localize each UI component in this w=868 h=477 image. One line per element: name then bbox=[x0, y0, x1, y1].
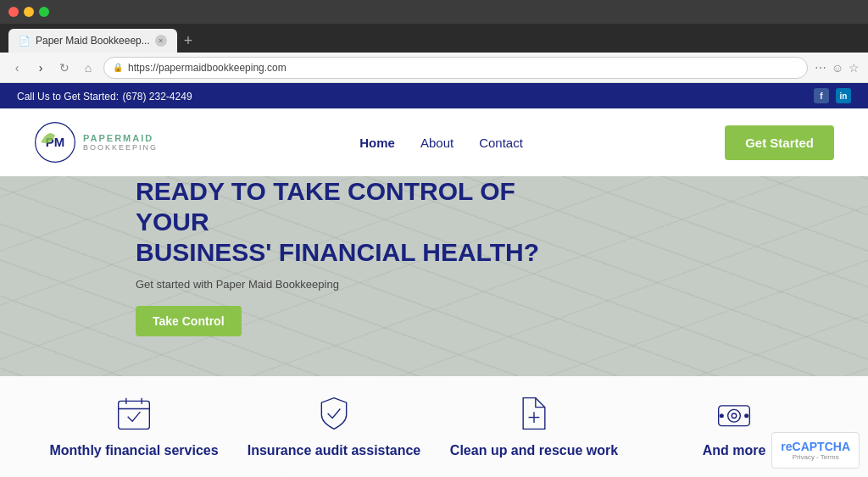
service-monthly-financial: Monthly financial services bbox=[34, 393, 234, 460]
url-text: https://papermaidbookkeeping.com bbox=[128, 62, 287, 74]
nav-contact[interactable]: Contact bbox=[479, 136, 523, 150]
account-icon[interactable]: ☺ bbox=[832, 61, 843, 75]
hero-title-line1: READY TO TAKE CONTROL OF YOUR bbox=[136, 177, 515, 236]
logo-bookkeeping: BOOKKEEPING bbox=[83, 143, 158, 152]
bookmark-icon[interactable]: ☆ bbox=[849, 61, 860, 75]
service-insurance-audit: Insurance audit assistance bbox=[234, 393, 434, 460]
main-nav: Home About Contact bbox=[359, 136, 523, 150]
topbar: Call Us to Get Started: (678) 232-4249 f… bbox=[0, 83, 868, 108]
lock-icon: 🔒 bbox=[113, 63, 123, 72]
hero-title-line2: BUSINESS' FINANCIAL HEALTH? bbox=[136, 238, 539, 266]
services-section: Monthly financial services Insurance aud… bbox=[0, 376, 868, 477]
refresh-button[interactable]: ↻ bbox=[56, 59, 73, 76]
get-started-button[interactable]: Get Started bbox=[725, 125, 834, 160]
browser-toolbar: ‹ › ↻ ⌂ 🔒 https://papermaidbookkeeping.c… bbox=[0, 53, 868, 83]
calendar-check-icon bbox=[114, 393, 154, 434]
take-control-button[interactable]: Take Control bbox=[136, 306, 242, 336]
topbar-social: f in bbox=[814, 88, 851, 103]
browser-frame: 📄 Paper Maid Bookkeeep... × + ‹ › ↻ ⌂ 🔒 … bbox=[0, 0, 868, 83]
shield-check-icon bbox=[314, 393, 354, 434]
close-button[interactable] bbox=[8, 7, 19, 17]
nav-home[interactable]: Home bbox=[359, 136, 395, 150]
active-tab[interactable]: 📄 Paper Maid Bookkeeep... × bbox=[8, 29, 177, 53]
tab-title: Paper Maid Bookkeeep... bbox=[36, 35, 150, 47]
site-header: PM PAPERMAID BOOKKEEPING Home About Cont… bbox=[0, 108, 868, 176]
website-content: Call Us to Get Started: (678) 232-4249 f… bbox=[0, 83, 868, 477]
title-bar bbox=[0, 0, 868, 24]
file-plus-icon bbox=[514, 393, 554, 434]
logo-papermaid: PAPERMAID bbox=[83, 133, 158, 143]
svg-point-11 bbox=[721, 414, 724, 418]
hero-title: READY TO TAKE CONTROL OF YOUR BUSINESS' … bbox=[136, 176, 559, 268]
menu-icon[interactable]: ⋯ bbox=[815, 61, 826, 75]
logo-text: PAPERMAID BOOKKEEPING bbox=[83, 133, 158, 152]
logo[interactable]: PM PAPERMAID BOOKKEEPING bbox=[34, 121, 158, 164]
maximize-button[interactable] bbox=[39, 7, 49, 17]
new-tab-button[interactable]: + bbox=[184, 29, 193, 53]
svg-point-12 bbox=[745, 414, 748, 418]
recaptcha-badge: reCAPTCHA Privacy - Terms bbox=[771, 432, 860, 469]
back-button[interactable]: ‹ bbox=[8, 59, 25, 76]
svg-rect-2 bbox=[119, 402, 150, 430]
traffic-lights bbox=[8, 7, 49, 17]
forward-button[interactable]: › bbox=[32, 59, 49, 76]
toolbar-actions: ⋯ ☺ ☆ bbox=[815, 61, 860, 75]
linkedin-icon[interactable]: in bbox=[836, 88, 851, 103]
dollar-circle-icon bbox=[714, 393, 754, 434]
service-insurance-label: Insurance audit assistance bbox=[248, 442, 421, 460]
tab-close-button[interactable]: × bbox=[155, 35, 167, 47]
recaptcha-links: Privacy - Terms bbox=[793, 453, 839, 461]
topbar-phone-section: Call Us to Get Started: (678) 232-4249 bbox=[17, 88, 192, 103]
tab-bar: 📄 Paper Maid Bookkeeep... × + bbox=[0, 24, 868, 53]
svg-point-10 bbox=[732, 413, 737, 419]
recaptcha-logo: reCAPTCHA bbox=[781, 440, 850, 453]
svg-point-9 bbox=[728, 410, 741, 423]
facebook-icon[interactable]: f bbox=[814, 88, 829, 103]
service-cleanup-label: Clean up and rescue work bbox=[450, 442, 618, 460]
hero-content: READY TO TAKE CONTROL OF YOUR BUSINESS' … bbox=[0, 176, 868, 336]
nav-about[interactable]: About bbox=[420, 136, 453, 150]
home-button[interactable]: ⌂ bbox=[80, 59, 97, 76]
service-more-label: And more bbox=[703, 442, 766, 460]
topbar-phone-number[interactable]: (678) 232-4249 bbox=[123, 91, 192, 103]
logo-icon: PM bbox=[34, 121, 76, 164]
tab-favicon: 📄 bbox=[19, 36, 31, 47]
hero-section: READY TO TAKE CONTROL OF YOUR BUSINESS' … bbox=[0, 176, 868, 477]
address-bar[interactable]: 🔒 https://papermaidbookkeeping.com bbox=[103, 57, 808, 79]
minimize-button[interactable] bbox=[24, 7, 34, 17]
topbar-cta-text: Call Us to Get Started: bbox=[17, 91, 119, 103]
service-monthly-label: Monthly financial services bbox=[49, 442, 218, 460]
service-cleanup: Clean up and rescue work bbox=[434, 393, 634, 460]
hero-subtitle: Get started with Paper Maid Bookkeeping bbox=[136, 278, 868, 291]
